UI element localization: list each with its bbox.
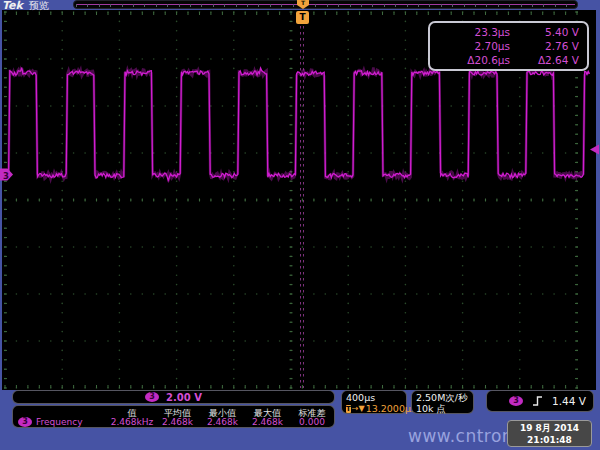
acquisition-overview-bar [73, 0, 578, 9]
header-bar: Tek预览 [2, 0, 49, 11]
timebase-delay: T→▼13.2000μs [346, 403, 406, 414]
cursor-readout-box: 23.3μs 5.40 V 2.70μs 2.76 V Δ20.6μs Δ2.6… [428, 21, 589, 71]
cursor-a-time: 23.3μs [430, 26, 518, 39]
cursor-b-volt: 2.76 V [518, 40, 587, 53]
trigger-t-icon: T [346, 405, 351, 413]
measurement-header-row: 值 平均值 最小值 最大值 标准差 [13, 407, 334, 417]
measurement-stddev: 0.000 [290, 417, 334, 427]
acquisition-readout: 2.50M次/秒 10k 点 [411, 390, 474, 414]
channel-3-badge: 3 [509, 396, 523, 406]
measurement-value: 2.468kHz [109, 417, 155, 427]
time-value: 21:01:48 [508, 434, 591, 446]
trigger-t-icon: T [296, 11, 309, 24]
cursor-b-time: 2.70μs [430, 40, 518, 53]
measurement-min: 2.468k [200, 417, 245, 427]
date-value: 19 8月 2014 [508, 422, 591, 434]
channel-scale-bar: 3 2.00 V [12, 390, 335, 404]
trigger-level-value: 1.44 V [552, 395, 586, 407]
timebase-readout: 400μs T→▼13.2000μs [341, 390, 407, 414]
brand-logo: Tek [2, 0, 23, 12]
delay-arrow-icon: →▼ [352, 403, 365, 414]
cursor-delta-time: Δ20.6μs [430, 54, 518, 67]
measurement-name: Frequency [36, 417, 83, 427]
datetime-box: 19 8月 2014 21:01:48 [507, 420, 592, 447]
measurement-table: 值 平均值 最小值 最大值 标准差 3 Frequency 2.468kHz 2… [12, 405, 335, 428]
timebase-scale: 400μs [346, 392, 406, 403]
channel-3-badge: 3 [145, 392, 159, 402]
trigger-readout: 3 1.44 V [486, 390, 594, 412]
channel-3-badge: 3 [18, 417, 32, 427]
overview-ticks [76, 4, 575, 7]
measurement-max: 2.468k [245, 417, 290, 427]
record-length: 10k 点 [416, 403, 473, 414]
cursor-delta-volt: Δ2.64 V [518, 54, 587, 67]
channel-scale-value: 2.00 V [166, 392, 202, 403]
cursor-a-volt: 5.40 V [518, 26, 587, 39]
timebase-delay-value: 13.2000μs [366, 403, 416, 414]
sample-rate: 2.50M次/秒 [416, 392, 473, 403]
svg-text:3: 3 [3, 171, 9, 181]
measurement-mean: 2.468k [155, 417, 200, 427]
measurement-row-frequency: 3 Frequency 2.468kHz 2.468k 2.468k 2.468… [13, 417, 334, 427]
acquisition-mode-label: 预览 [29, 0, 49, 11]
rising-edge-icon [532, 395, 543, 407]
